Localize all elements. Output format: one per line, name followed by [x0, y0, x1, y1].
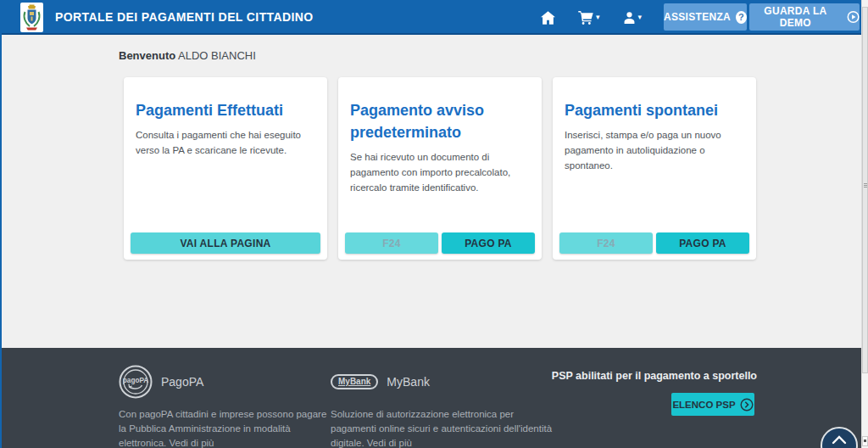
chevron-up-icon — [832, 434, 847, 445]
play-circle-icon — [847, 10, 860, 24]
footer-mybank-section: MyBank MyBank Soluzione di autorizzazion… — [331, 363, 558, 448]
f24-button[interactable]: F24 — [345, 232, 438, 254]
assistenza-button[interactable]: ASSISTENZA ? — [664, 3, 747, 31]
home-icon — [541, 11, 555, 25]
elenco-psp-label: ELENCO PSP — [672, 400, 735, 410]
scrollbar-thumb[interactable] — [862, 7, 868, 373]
portal-page: PORTALE DEI PAGAMENTI DEL CITTADINO ▾ ▾ — [0, 0, 868, 448]
home-button[interactable] — [541, 11, 555, 25]
card-pagamenti-effettuati: Pagamenti Effettuati Consulta i pagament… — [124, 77, 327, 260]
chevron-down-icon: ▾ — [638, 14, 643, 21]
pagopa-description: Con pagoPA cittadini e imprese possono p… — [119, 407, 335, 448]
mybank-label: MyBank — [387, 375, 430, 389]
scrollbar-grip — [864, 183, 867, 188]
card-title: Pagamenti Effettuati — [136, 99, 315, 121]
card-description: Se hai ricevuto un documento di pagament… — [350, 150, 530, 195]
card-description: Consulta i pagamenti che hai eseguito ve… — [136, 128, 315, 159]
f24-button[interactable]: F24 — [559, 232, 653, 254]
card-actions: F24 PAGO PA — [345, 232, 535, 254]
user-icon — [623, 11, 636, 25]
welcome-prefix: Benvenuto — [119, 49, 175, 62]
demo-label: GUARDA LA DEMO — [749, 5, 842, 29]
pagopa-logo: pagoPA — [119, 365, 153, 399]
vertical-scrollbar — [861, 0, 868, 448]
guarda-la-demo-button[interactable]: GUARDA LA DEMO — [749, 3, 860, 31]
assistenza-label: ASSISTENZA — [664, 11, 731, 23]
municipality-crest-icon — [20, 3, 43, 32]
footer: pagoPA PagoPA Con pagoPA cittadini e imp… — [0, 348, 861, 448]
elenco-psp-button[interactable]: ELENCO PSP — [671, 393, 754, 416]
mybank-logo: MyBank — [331, 374, 378, 389]
pagopa-button[interactable]: PAGO PA — [442, 232, 535, 254]
pagopa-logo-text: pagoPA — [123, 377, 148, 384]
cart-menu-button[interactable]: ▾ — [578, 11, 600, 25]
page-title: PORTALE DEI PAGAMENTI DEL CITTADINO — [55, 10, 314, 24]
arrow-right-circle-icon — [740, 398, 754, 412]
top-navbar: PORTALE DEI PAGAMENTI DEL CITTADINO ▾ ▾ — [0, 0, 861, 35]
card-title: Pagamento avviso predeterminato — [350, 99, 530, 143]
footer-pagopa-section: pagoPA PagoPA Con pagoPA cittadini e imp… — [119, 363, 335, 448]
welcome-username: ALDO BIANCHI — [178, 49, 256, 62]
user-menu-button[interactable]: ▾ — [623, 11, 643, 25]
window-border — [0, 0, 2, 448]
payment-cards: Pagamenti Effettuati Consulta i pagament… — [124, 77, 756, 260]
card-actions: F24 PAGO PA — [559, 232, 749, 254]
welcome-message: Benvenuto ALDO BIANCHI — [119, 49, 256, 62]
cart-icon — [578, 11, 593, 25]
card-pagamenti-spontanei: Pagamenti spontanei Inserisci, stampa e/… — [553, 77, 756, 260]
mybank-logo-row: MyBank MyBank — [331, 363, 558, 400]
card-pagamento-avviso-predeterminato: Pagamento avviso predeterminato Se hai r… — [338, 77, 542, 260]
card-actions: VAI ALLA PAGINA — [131, 232, 320, 254]
pagopa-logo-row: pagoPA PagoPA — [119, 363, 335, 400]
scrollbar-corner-button[interactable] — [862, 436, 868, 446]
card-title: Pagamenti spontanei — [565, 99, 744, 121]
mybank-description: Soluzione di autorizzazione elettronica … — [331, 407, 558, 448]
footer-psp-section: PSP abilitati per il pagamento a sportel… — [532, 363, 757, 416]
pagopa-label: PagoPA — [161, 375, 203, 389]
psp-heading: PSP abilitati per il pagamento a sportel… — [532, 370, 757, 382]
chevron-down-icon: ▾ — [596, 14, 600, 21]
brand: PORTALE DEI PAGAMENTI DEL CITTADINO — [20, 2, 314, 32]
question-circle-icon: ? — [736, 11, 747, 24]
header-nav: ▾ ▾ — [541, 0, 642, 35]
vai-alla-pagina-button[interactable]: VAI ALLA PAGINA — [131, 232, 320, 254]
pagopa-button[interactable]: PAGO PA — [656, 232, 749, 254]
card-description: Inserisci, stampa e/o paga un nuovo paga… — [565, 128, 744, 173]
